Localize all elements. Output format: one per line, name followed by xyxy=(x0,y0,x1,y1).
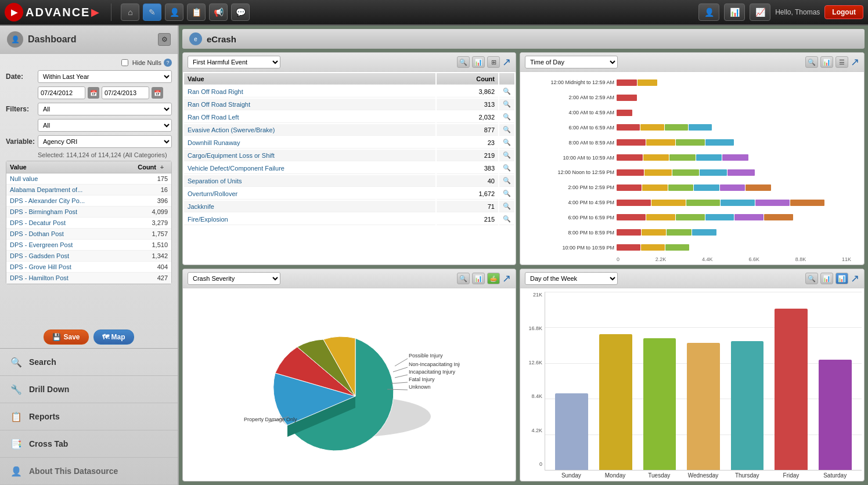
tod-expand-btn[interactable]: ↗ xyxy=(851,56,859,68)
header-add[interactable]: + xyxy=(156,164,168,171)
home-nav-btn[interactable]: ⌂ xyxy=(121,3,139,21)
nav-item-reports[interactable]: 📋 Reports xyxy=(0,403,178,430)
filter1-row: Filters: All xyxy=(6,103,172,115)
cs-type-btn[interactable]: 🥧 xyxy=(487,273,500,284)
help-icon[interactable]: ? xyxy=(164,59,172,67)
dow-expand-btn[interactable]: ↗ xyxy=(851,272,859,285)
person-top-btn[interactable]: 👤 xyxy=(698,3,719,21)
table-row[interactable]: Ran Off Road Straight313🔍 xyxy=(184,99,514,110)
edit-nav-btn[interactable]: ✎ xyxy=(143,3,161,21)
fhe-search-btn[interactable]: 🔍 xyxy=(457,56,470,68)
bar-segment[interactable] xyxy=(819,360,852,470)
table-row[interactable]: Cargo/Equipment Loss or Shift219🔍 xyxy=(184,150,514,161)
chart-day-of-week: Day of the Week 🔍 📊 📊 ↗ xyxy=(520,269,865,482)
fhe-expand-btn[interactable]: ↗ xyxy=(502,56,511,68)
bar-segment[interactable] xyxy=(731,341,764,470)
fhe-select[interactable]: First Harmful Event xyxy=(188,56,280,68)
table-row[interactable]: Ran Off Road Left2,032🔍 xyxy=(184,111,514,123)
dow-export-btn[interactable]: 📊 xyxy=(820,273,833,284)
filter2-row: All xyxy=(6,119,172,132)
bar-segment[interactable] xyxy=(599,334,632,470)
bar-segment[interactable] xyxy=(643,338,676,470)
cs-search-btn[interactable]: 🔍 xyxy=(457,273,470,284)
table-header: Value Count + xyxy=(6,161,171,173)
list-item[interactable]: DPS - Hamilton Post427 xyxy=(6,273,171,284)
tod-select[interactable]: Time of Day xyxy=(525,56,618,68)
bar-segment[interactable] xyxy=(687,343,720,470)
megaphone-nav-btn[interactable]: 📢 xyxy=(209,3,228,21)
fhe-export-btn[interactable]: 📊 xyxy=(472,56,485,68)
dow-type-btn[interactable]: 📊 xyxy=(835,273,848,284)
dow-bars-area: SundayMondayTuesdayWednesdayThursdayFrid… xyxy=(545,292,862,479)
list-item[interactable]: DPS - Evergreen Post1,510 xyxy=(6,240,171,251)
linechart-top-btn[interactable]: 📊 xyxy=(724,3,745,21)
cal-to-icon[interactable]: 📅 xyxy=(152,87,163,99)
nav-item-about[interactable]: 👤 About This Datasource xyxy=(0,458,178,485)
nav-item-drilldown[interactable]: 🔧 Drill Down xyxy=(0,376,178,403)
main-container: 👤 Dashboard ⚙ Hide Nulls ? Date: Within … xyxy=(0,26,868,485)
list-item[interactable]: DPS - Alexander City Po...396 xyxy=(6,196,171,207)
logout-button[interactable]: Logout xyxy=(824,5,863,19)
bar-segment[interactable] xyxy=(555,393,588,470)
map-button[interactable]: 🗺 Map xyxy=(93,330,134,345)
nav-item-crosstab[interactable]: 📑 Cross Tab xyxy=(0,430,178,458)
sidebar: 👤 Dashboard ⚙ Hide Nulls ? Date: Within … xyxy=(0,26,179,485)
table-row[interactable]: Vehicle Defect/Component Failure383🔍 xyxy=(184,162,514,174)
table-row[interactable]: Fire/Explosion215🔍 xyxy=(184,213,514,225)
bar-segment[interactable] xyxy=(775,309,808,470)
svg-text:Unknown: Unknown xyxy=(409,384,431,390)
logo-area: ▶ ADVANCE ▶ xyxy=(5,3,99,21)
table-row[interactable]: Ran Off Road Right3,862🔍 xyxy=(184,86,514,97)
cs-select[interactable]: Crash Severity xyxy=(188,272,280,285)
table-row[interactable]: Evasive Action (Swerve/Brake)877🔍 xyxy=(184,124,514,136)
bar-label: Saturday xyxy=(813,472,857,479)
cs-expand-btn[interactable]: ↗ xyxy=(502,272,511,285)
fhe-grid-btn[interactable]: ⊞ xyxy=(487,56,500,68)
cs-chart-body: Possible Injury Non-Incapacitating Injur… xyxy=(183,288,516,481)
right-column: Time of Day 🔍 📊 ☰ ↗ xyxy=(520,52,865,482)
cal-from-icon[interactable]: 📅 xyxy=(88,87,99,99)
table-row[interactable]: Separation of Units40🔍 xyxy=(184,175,514,187)
dow-select[interactable]: Day of the Week xyxy=(525,272,618,285)
date-from-input[interactable] xyxy=(38,86,85,99)
tod-list-btn[interactable]: ☰ xyxy=(835,56,848,68)
list-item[interactable]: DPS - Grove Hill Post404 xyxy=(6,262,171,273)
list-item[interactable]: DPS - Birmingham Post4,099 xyxy=(6,207,171,218)
tod-header-icons: 🔍 📊 ☰ ↗ xyxy=(805,56,859,68)
table-row[interactable]: Jackknife71🔍 xyxy=(184,201,514,212)
filter2-select[interactable]: All xyxy=(38,119,172,132)
filter1-select[interactable]: All xyxy=(38,103,172,115)
table-row[interactable]: Overturn/Rollover1,672🔍 xyxy=(184,188,514,200)
list-item[interactable]: DPS - Gadsden Post1,342 xyxy=(6,251,171,262)
dow-chart-body: 21K 16.8K 12.6K 8.4K 4.2K 0 xyxy=(520,288,864,481)
fhe-table-scroll[interactable]: Value Count Ran Off Road Right3,862🔍Ran … xyxy=(183,72,516,265)
header-value: Value xyxy=(10,164,121,171)
chat-nav-btn[interactable]: 💬 xyxy=(231,3,250,21)
cs-export-btn[interactable]: 📊 xyxy=(472,273,485,284)
hide-nulls-checkbox[interactable] xyxy=(121,59,128,66)
list-item[interactable]: DPS - Decatur Post3,279 xyxy=(6,218,171,229)
user-nav-btn[interactable]: 👤 xyxy=(165,3,183,21)
header-count: Count xyxy=(121,164,156,171)
date-to-input[interactable] xyxy=(102,86,149,99)
nav-search-label: Search xyxy=(29,357,56,367)
date-select[interactable]: Within Last Year xyxy=(38,70,172,83)
save-button[interactable]: 💾 Save xyxy=(44,330,88,345)
list-item[interactable]: DPS - Dothan Post1,757 xyxy=(6,229,171,240)
svg-line-8 xyxy=(391,382,408,383)
dow-x-labels: SundayMondayTuesdayWednesdayThursdayFrid… xyxy=(545,470,862,479)
list-item[interactable]: Null value175 xyxy=(6,173,171,184)
table-row[interactable]: Downhill Runaway23🔍 xyxy=(184,137,514,149)
tod-export-btn[interactable]: 📊 xyxy=(820,56,833,68)
svg-line-2 xyxy=(395,359,408,366)
report-nav-btn[interactable]: 📋 xyxy=(187,3,206,21)
nav-item-search[interactable]: 🔍 Search xyxy=(0,349,178,376)
fhe-chart-body: Value Count Ran Off Road Right3,862🔍Ran … xyxy=(183,72,516,265)
tod-search-btn[interactable]: 🔍 xyxy=(805,56,818,68)
variable-select[interactable]: Agency ORI xyxy=(38,135,172,148)
list-item[interactable]: Alabama Department of...16 xyxy=(6,184,171,196)
dow-search-btn[interactable]: 🔍 xyxy=(805,273,818,284)
chart-header-cs: Crash Severity 🔍 📊 🥧 ↗ xyxy=(183,269,516,288)
barchart-top-btn[interactable]: 📈 xyxy=(750,3,770,21)
settings-gear-button[interactable]: ⚙ xyxy=(158,33,171,46)
